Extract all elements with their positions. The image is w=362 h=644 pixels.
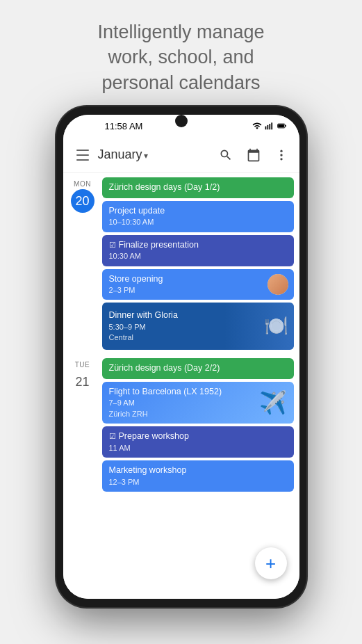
- svg-rect-5: [285, 125, 286, 127]
- status-icons: [252, 121, 287, 131]
- svg-rect-2: [269, 124, 270, 129]
- event-time: 12–3 PM: [109, 477, 287, 488]
- view-toggle-button[interactable]: [242, 144, 265, 166]
- flight-airplane-icon: ✈️: [259, 387, 287, 419]
- fab-add-event[interactable]: +: [255, 547, 287, 579]
- event-title: ☑Prepare workshop: [109, 430, 287, 443]
- month-selector[interactable]: January ▾: [98, 147, 215, 162]
- toolbar-actions: [215, 144, 293, 166]
- event-title: Zürich design days (Day 2/2): [109, 363, 220, 373]
- more-vert-icon: [274, 148, 288, 162]
- calendar-content: MON 20 Zürich design days (Day 1/2) Proj…: [63, 173, 299, 599]
- event-time: 7–9 AM: [109, 398, 252, 408]
- svg-rect-3: [271, 123, 272, 130]
- events-tue21: Zürich design days (Day 2/2) Flight to B…: [102, 358, 299, 492]
- calendar-view-icon: [247, 148, 261, 162]
- event-title: Store opening: [109, 273, 261, 286]
- headline-line2: work, school, and: [108, 47, 254, 67]
- svg-point-7: [280, 150, 282, 152]
- day-name-mon: MON: [74, 180, 91, 188]
- chevron-down-icon: ▾: [144, 151, 148, 161]
- svg-point-8: [280, 154, 282, 156]
- event-marketing-workshop[interactable]: Marketing workshop 12–3 PM: [102, 460, 294, 492]
- day-number-20: 20: [71, 189, 94, 213]
- wifi-icon: [252, 121, 262, 131]
- event-prepare-workshop[interactable]: ☑Prepare workshop 11 AM: [102, 426, 294, 458]
- more-options-button[interactable]: [270, 144, 293, 166]
- avatar-image: [268, 274, 288, 295]
- event-avatar: [268, 274, 288, 295]
- day-label-tue21: TUE 21: [63, 358, 102, 394]
- battery-icon: [277, 121, 287, 131]
- search-icon: [219, 148, 233, 162]
- day-label-mon20: MON 20: [63, 177, 102, 213]
- search-button[interactable]: [215, 144, 237, 166]
- event-title: ☑Finalize presentation: [109, 239, 287, 252]
- events-mon20: Zürich design days (Day 1/2) Project upd…: [102, 177, 299, 350]
- event-title: Zürich design days (Day 1/2): [109, 182, 220, 192]
- signal-icon: [265, 121, 274, 131]
- headline: Intelligently manage work, school, and p…: [72, 0, 289, 106]
- event-finalize-presentation[interactable]: ☑Finalize presentation 10:30 AM: [102, 235, 294, 266]
- event-title: Flight to Barcelona (LX 1952): [109, 386, 252, 399]
- phone-camera: [175, 115, 188, 127]
- phone-screen: 11:58 AM January ▾: [63, 115, 299, 599]
- event-time: 10–10:30 AM: [109, 217, 287, 227]
- event-time: 5:30–9 PM: [109, 322, 238, 332]
- day-name-tue: TUE: [75, 361, 90, 369]
- svg-point-9: [280, 158, 282, 160]
- app-toolbar: January ▾: [63, 137, 299, 173]
- day-number-21: 21: [71, 370, 94, 394]
- hamburger-menu-button[interactable]: [70, 143, 95, 168]
- event-title: Dinner with Gloria: [109, 309, 238, 322]
- svg-rect-0: [265, 127, 266, 130]
- event-store-opening[interactable]: Store opening 2–3 PM: [102, 269, 294, 300]
- day-section-mon20: MON 20 Zürich design days (Day 1/2) Proj…: [63, 173, 299, 354]
- event-dinner-gloria[interactable]: Dinner with Gloria 5:30–9 PM Central 🍽️: [102, 303, 294, 350]
- task-check-icon: ☑: [109, 240, 116, 250]
- event-zurich-design-day2[interactable]: Zürich design days (Day 2/2): [102, 358, 294, 379]
- event-zurich-design-day1[interactable]: Zürich design days (Day 1/2): [102, 177, 294, 198]
- event-title: Marketing workshop: [109, 465, 287, 477]
- event-subtitle: Central: [109, 332, 238, 343]
- event-title: Project update: [109, 205, 287, 218]
- event-time: 10:30 AM: [109, 251, 287, 261]
- svg-rect-1: [267, 125, 268, 129]
- event-time: 11 AM: [109, 443, 287, 453]
- phone-mockup: 11:58 AM January ▾: [56, 106, 306, 607]
- task-check-icon: ☑: [109, 431, 116, 442]
- headline-line3: personal calendars: [101, 72, 260, 93]
- event-time: 2–3 PM: [109, 285, 261, 296]
- event-project-update[interactable]: Project update 10–10:30 AM: [102, 201, 294, 232]
- day-section-tue21: TUE 21 Zürich design days (Day 2/2) Flig…: [63, 354, 299, 496]
- headline-line1: Intelligently manage: [97, 22, 264, 42]
- status-time: 11:58 AM: [105, 121, 143, 131]
- event-subtitle: Zürich ZRH: [109, 409, 252, 419]
- month-label: January: [98, 147, 142, 162]
- fab-plus-icon: +: [265, 554, 276, 572]
- svg-rect-6: [278, 124, 284, 128]
- event-flight-barcelona[interactable]: Flight to Barcelona (LX 1952) 7–9 AM Zür…: [102, 382, 294, 424]
- dinner-food-icon: 🍽️: [264, 313, 288, 340]
